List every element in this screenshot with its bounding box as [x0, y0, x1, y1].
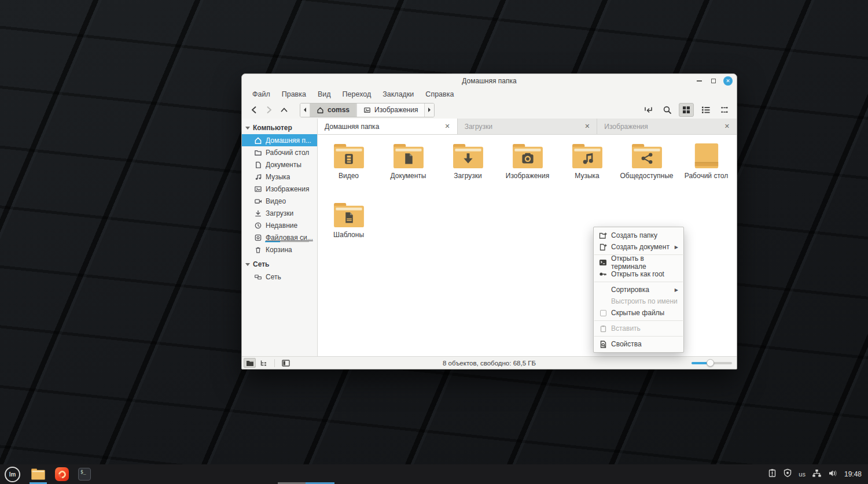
close-button[interactable]: ✕: [723, 76, 733, 86]
titlebar[interactable]: Домашняя папка ✕: [242, 74, 737, 87]
download-icon: [254, 209, 262, 217]
folder-documents[interactable]: Документы: [378, 139, 438, 198]
context-item-arrange-by-name: Выстроить по имени: [594, 295, 683, 307]
folder-public[interactable]: Общедоступные: [617, 139, 676, 198]
folder-desktop[interactable]: Рабочий стол: [676, 139, 736, 198]
folder-music-icon: [571, 142, 604, 170]
tab-close-icon[interactable]: ✕: [584, 123, 590, 130]
toggle-location-entry-button[interactable]: [641, 103, 656, 117]
icon-view-button[interactable]: [679, 103, 694, 117]
tab-close-icon[interactable]: ✕: [724, 123, 730, 130]
folder-music[interactable]: Музыка: [557, 139, 617, 198]
back-button[interactable]: [247, 103, 262, 117]
sidebar-section-network[interactable]: Сеть: [242, 258, 317, 271]
sidebar-item-desktop[interactable]: Рабочий стол: [242, 146, 317, 158]
tab-pictures[interactable]: Изображения ✕: [597, 119, 737, 134]
menu-bookmarks[interactable]: Закладки: [377, 88, 420, 100]
context-item-sort[interactable]: Сортировка ▶: [594, 284, 683, 295]
context-item-create-folder[interactable]: Создать папку: [594, 230, 683, 241]
folder-templates[interactable]: Шаблоны: [319, 198, 378, 257]
sidebar-item-pictures[interactable]: Изображения: [242, 183, 317, 195]
path-segment-home[interactable]: comss: [310, 104, 356, 117]
context-item-open-terminal[interactable]: Открыть в терминале: [594, 257, 683, 268]
tab-home[interactable]: Домашняя папка ✕: [318, 119, 458, 134]
list-view-button[interactable]: [698, 103, 713, 117]
folder-document-icon: [392, 142, 425, 170]
update-manager-icon[interactable]: [768, 468, 777, 480]
folder-camera-icon: [511, 142, 545, 170]
up-icon: [279, 105, 289, 114]
taskbar-app-terminal[interactable]: $_: [77, 464, 92, 484]
menu-view[interactable]: Вид: [312, 88, 337, 100]
folder-videos[interactable]: Видео: [319, 139, 378, 198]
taskbar-app-firefox[interactable]: [54, 464, 70, 484]
context-item-label: Скрытые файлы: [611, 309, 664, 317]
tab-bar: Домашняя папка ✕ Загрузки ✕ Изображения …: [318, 119, 737, 135]
trash-icon: [254, 246, 262, 254]
path-scroll-left-button[interactable]: [300, 104, 310, 117]
taskbar-app-files[interactable]: [30, 464, 47, 484]
network-icon: [254, 273, 262, 281]
compact-view-button[interactable]: [717, 103, 732, 117]
home-icon: [317, 106, 324, 114]
forward-button[interactable]: [262, 103, 277, 117]
sidebar-item-recent[interactable]: Недавние: [242, 219, 317, 231]
zoom-slider-handle[interactable]: [707, 359, 714, 367]
taskbar-apps: $_: [30, 464, 92, 484]
sidebar-item-network[interactable]: Сеть: [242, 271, 317, 283]
clock[interactable]: 19:48: [844, 470, 862, 478]
music-icon: [254, 173, 262, 181]
toolbar: comss Изображения: [242, 101, 737, 119]
folder-downloads[interactable]: Загрузки: [438, 139, 498, 198]
sidebar-item-music[interactable]: Музыка: [242, 171, 317, 183]
sidebar-item-label: Домашняя п...: [266, 136, 311, 145]
context-item-hidden-files[interactable]: Скрытые файлы: [594, 307, 683, 319]
maximize-button[interactable]: [709, 76, 718, 86]
window-controls: ✕: [694, 74, 733, 87]
firewall-shield-icon[interactable]: [783, 468, 792, 480]
menu-edit[interactable]: Правка: [276, 88, 312, 100]
sidebar-item-home[interactable]: Домашняя п...: [242, 134, 317, 146]
volume-icon[interactable]: [828, 469, 838, 480]
folder-pictures[interactable]: Изображения: [498, 139, 557, 198]
zoom-slider[interactable]: [692, 362, 732, 364]
terminal-icon: [599, 259, 607, 266]
tab-downloads[interactable]: Загрузки ✕: [458, 119, 598, 134]
sidebar-item-documents[interactable]: Документы: [242, 158, 317, 171]
network-icon[interactable]: [812, 469, 822, 480]
menu-file[interactable]: Файл: [247, 88, 276, 100]
context-item-create-document[interactable]: Создать документ ▶: [594, 241, 683, 253]
menu-help[interactable]: Справка: [420, 88, 459, 100]
sidebar: Компьютер Домашняя п... Рабочий стол Док…: [242, 119, 318, 356]
disk-usage-bar: [265, 241, 309, 242]
sidebar-item-downloads[interactable]: Загрузки: [242, 207, 317, 219]
menu-go[interactable]: Переход: [337, 88, 377, 100]
context-menu: Создать папку Создать документ ▶ Открыть…: [593, 227, 684, 353]
folder-desktop-icon: [690, 142, 723, 170]
image-icon: [254, 185, 262, 193]
taskbar: lm $_ us 19:48: [0, 464, 868, 484]
sidebar-section-computer[interactable]: Компьютер: [242, 121, 317, 134]
section-header-label: Компьютер: [253, 124, 292, 132]
section-header-label: Сеть: [253, 260, 269, 268]
image-icon: [363, 106, 371, 114]
checkbox-icon[interactable]: [599, 310, 607, 316]
sidebar-item-filesystem[interactable]: Файловая си...: [242, 231, 317, 243]
path-segment-pictures[interactable]: Изображения: [356, 104, 425, 117]
expander-triangle-icon: [245, 127, 250, 130]
path-segment-label: comss: [328, 106, 350, 114]
sidebar-item-label: Корзина: [266, 246, 292, 254]
sidebar-item-trash[interactable]: Корзина: [242, 243, 317, 256]
sidebar-item-videos[interactable]: Видео: [242, 195, 317, 207]
video-icon: [254, 197, 262, 205]
minimize-button[interactable]: [694, 76, 704, 86]
up-button[interactable]: [277, 103, 292, 117]
tab-label: Загрузки: [465, 123, 492, 131]
context-item-properties[interactable]: Свойства: [594, 338, 683, 350]
tab-close-icon[interactable]: ✕: [444, 123, 450, 130]
mint-menu-button[interactable]: lm: [5, 467, 20, 482]
keyboard-layout-indicator[interactable]: us: [799, 471, 806, 478]
menu-separator: [594, 282, 683, 282]
path-scroll-right-button[interactable]: [425, 104, 434, 117]
search-button[interactable]: [660, 103, 675, 117]
